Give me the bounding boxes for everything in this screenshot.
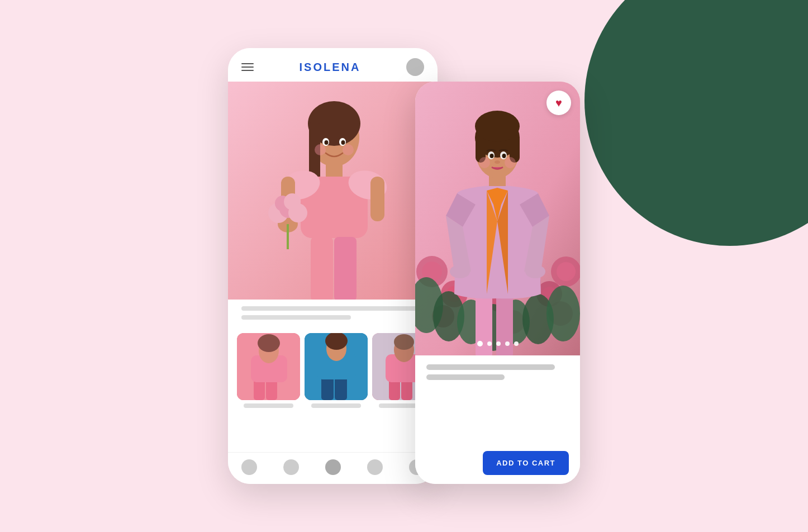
svg-rect-32 — [237, 333, 300, 400]
brand-name: ISOLENA — [300, 61, 361, 74]
svg-point-22 — [325, 140, 329, 145]
avatar[interactable] — [406, 58, 424, 76]
carousel-dot-2[interactable] — [487, 341, 492, 346]
product-text-area — [228, 300, 438, 329]
product-subtitle-line — [241, 315, 351, 320]
svg-point-24 — [315, 144, 326, 155]
svg-point-84 — [495, 160, 500, 164]
svg-point-23 — [341, 140, 345, 145]
add-to-cart-button[interactable]: ADD TO CART — [483, 451, 569, 475]
carousel-dot-1[interactable] — [477, 341, 483, 346]
svg-point-79 — [475, 111, 520, 142]
product-title-line — [241, 306, 424, 311]
svg-point-86 — [505, 157, 516, 168]
svg-point-44 — [394, 334, 414, 350]
top-bar: ISOLENA — [228, 48, 438, 82]
svg-point-85 — [479, 157, 490, 168]
background-circle — [584, 0, 808, 246]
bottom-nav — [228, 452, 438, 484]
hero-image — [228, 82, 438, 300]
svg-point-25 — [343, 144, 354, 155]
hamburger-icon[interactable] — [241, 63, 254, 71]
svg-point-16 — [284, 193, 301, 210]
heart-icon: ♥ — [555, 97, 562, 108]
svg-point-73 — [525, 265, 545, 278]
carousel-dot-4[interactable] — [505, 341, 510, 346]
phone-right: ♥ ADD TO CART — [415, 82, 580, 484]
product-price-placeholder — [426, 374, 505, 380]
svg-point-69 — [546, 286, 580, 341]
product-name-placeholder — [426, 364, 555, 370]
thumb-1-label — [244, 403, 293, 408]
nav-search[interactable] — [283, 459, 299, 475]
svg-rect-19 — [334, 237, 357, 300]
product-info: ADD TO CART — [415, 355, 580, 484]
thumbnail-2[interactable] — [305, 333, 368, 408]
favorite-button[interactable]: ♥ — [546, 91, 571, 115]
svg-point-59 — [557, 262, 576, 281]
thumbnail-1[interactable] — [237, 333, 300, 408]
thumb-2-label — [311, 403, 361, 408]
svg-point-72 — [450, 265, 470, 278]
nav-favorites[interactable] — [325, 459, 341, 475]
thumbnails-row — [228, 329, 438, 412]
nav-cart[interactable] — [367, 459, 383, 475]
carousel-dot-3[interactable] — [496, 341, 501, 346]
phone-left: ISOLENA — [228, 48, 438, 484]
carousel-dot-5[interactable] — [514, 341, 519, 346]
phones-container: ISOLENA — [228, 48, 580, 484]
svg-rect-10 — [370, 177, 384, 221]
svg-point-82 — [490, 154, 494, 158]
product-image: ♥ — [415, 82, 580, 355]
svg-rect-5 — [326, 164, 343, 178]
nav-home[interactable] — [241, 459, 257, 475]
svg-point-83 — [502, 154, 506, 158]
carousel-dots — [477, 341, 519, 346]
svg-rect-18 — [311, 237, 333, 300]
